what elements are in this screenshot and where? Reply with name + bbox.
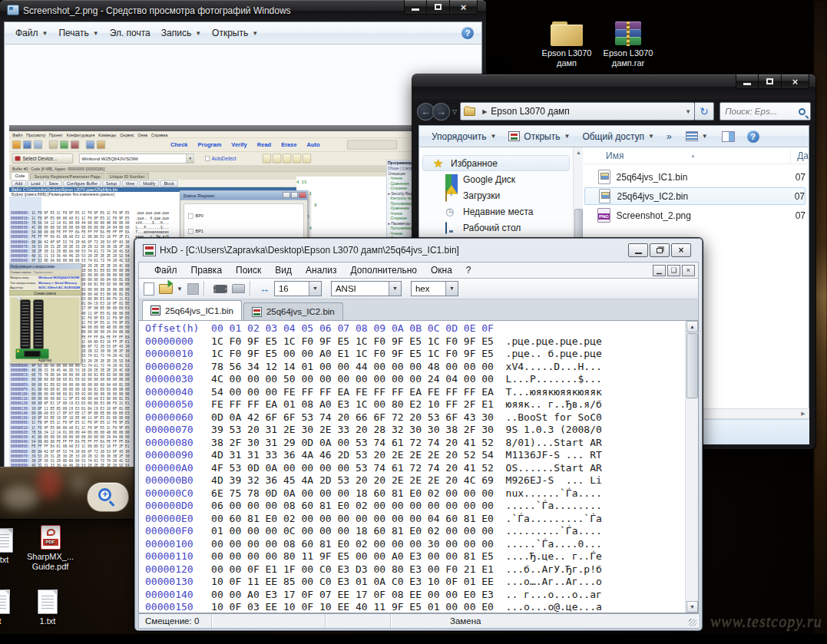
hex-row[interactable]: 00000080 38 2F 30 31 29 0D 0A 00 53 74 6… [145, 437, 683, 450]
hex-row[interactable]: 000000C0 6E 75 78 0D 0A 00 00 00 18 60 8… [145, 487, 683, 500]
minimize-button[interactable] [736, 74, 759, 89]
toolbar-icon[interactable] [86, 140, 94, 149]
dialog-titlebar[interactable]: Status Register [180, 191, 308, 200]
new-file-icon[interactable] [144, 282, 154, 296]
help-icon[interactable]: ? [747, 130, 759, 143]
inner-tab[interactable]: Unique ID Number [105, 173, 149, 180]
desktop-icon-epson-rar[interactable]: Epson L3070 дамп.rar [593, 21, 663, 68]
inner-buffer-button[interactable]: View [122, 180, 138, 187]
close-button[interactable]: × [450, 0, 478, 15]
tab-ic1[interactable]: 25q64jvs_IC1.bin [142, 300, 242, 320]
scrollbar-thumb[interactable] [686, 333, 698, 398]
device-combo[interactable]: Winbond W25Q64JV/SOIM▼ [79, 154, 194, 163]
desktop-icon-epson-folder[interactable]: Epson L3070 дамп [531, 21, 602, 68]
inner-command-link[interactable]: Check [170, 141, 188, 148]
hex-row[interactable]: 000000B0 4D 39 32 36 45 4A 2D 53 20 20 2… [145, 474, 683, 487]
inner-command-link[interactable]: Read [257, 141, 271, 148]
history-dropdown-icon[interactable]: ▽ [452, 108, 457, 115]
desktop-icon-sharpmx-pdf[interactable]: PDF SharpMX_... Guide.pdf [22, 525, 79, 572]
file-row[interactable]: 25q64jvs_IC1.bin07 [584, 168, 805, 186]
autodetect-checkbox[interactable]: AutoDetect [205, 156, 237, 162]
inner-buffer-button[interactable]: Configure Buffer [64, 180, 101, 187]
restore-button[interactable] [650, 243, 670, 257]
menu-email[interactable]: Эл. почта [110, 28, 151, 38]
organize-button[interactable]: Упорядочить▼ [432, 131, 496, 142]
menu-print[interactable]: Печать▼ [58, 28, 98, 38]
hex-row[interactable]: 000000F0 01 00 00 00 0C 00 00 00 18 60 8… [145, 525, 683, 538]
bytes-per-row-combo[interactable]: 16▼ [274, 281, 322, 296]
desktop-icon-1txt[interactable]: 1.txt [25, 590, 71, 626]
dialog-close-button[interactable] [299, 193, 306, 199]
menu-burn[interactable]: Запись▼ [161, 28, 201, 38]
inner-command-link[interactable]: Auto [307, 141, 320, 148]
toolbar-overflow-chevron[interactable]: » [667, 131, 672, 142]
refresh-button[interactable]: ↻ [695, 102, 714, 121]
column-date[interactable]: Да [791, 147, 809, 163]
inner-tab[interactable]: Security Registers/Parameter Page [30, 173, 104, 180]
photo-viewer-titlebar[interactable]: Screenshot_2.png - Средство просмотра фо… [0, 0, 486, 21]
toolbar-icon[interactable] [12, 140, 21, 149]
open-file-icon[interactable] [159, 284, 173, 294]
hxd-menu-5[interactable]: Дополнительно [351, 265, 417, 276]
maximize-button[interactable] [427, 0, 450, 15]
flash-chip-icon[interactable] [213, 285, 227, 293]
hex-row[interactable]: 000000A0 4F 53 0D 0A 00 00 00 00 53 74 6… [145, 462, 683, 475]
address-dropdown-icon[interactable]: ▼ [685, 108, 691, 115]
inner-buffer-button[interactable]: Block [160, 180, 177, 187]
minimize-button[interactable] [404, 0, 427, 15]
toolbar-icon[interactable] [71, 140, 79, 149]
forward-button[interactable]: → [432, 103, 450, 121]
hex-row[interactable]: 00000090 4D 31 31 33 36 4A 46 2D 53 20 2… [145, 449, 683, 462]
hex-row[interactable]: 00000020 78 56 34 12 14 01 00 00 44 00 0… [145, 361, 683, 374]
hxd-menu-1[interactable]: Правка [191, 265, 223, 276]
encoding-combo[interactable]: ANSI▼ [331, 281, 402, 296]
address-bar[interactable]: ▶ Epson L3070 дамп ▼ [460, 102, 695, 121]
checkbox-icon[interactable] [188, 229, 194, 234]
hex-scrollbar[interactable]: ▲ ▼ [685, 321, 698, 613]
hxd-menu-6[interactable]: Окна [431, 265, 452, 276]
export-icon[interactable] [232, 284, 245, 293]
hex-row[interactable]: 000000E0 00 60 81 E0 02 00 00 00 00 00 0… [145, 513, 683, 526]
file-row[interactable]: Screenshot_2.png07 [584, 206, 805, 224]
hxd-menu-2[interactable]: Поиск [236, 265, 261, 276]
hex-row[interactable]: 00000060 0D 0A 42 6F 6F 53 74 20 66 6F 7… [145, 411, 683, 424]
inner-buffer-button[interactable]: Add [12, 180, 26, 187]
hxd-menu-4[interactable]: Анализ [306, 265, 337, 276]
change-view-button[interactable]: ▼ [686, 131, 708, 141]
hex-row[interactable]: 00000050 FE FF FF EA 01 08 A0 E3 1C 00 8… [145, 398, 683, 411]
close-button[interactable]: × [671, 243, 691, 257]
hex-row[interactable]: 00000040 54 00 00 00 FE FF FF EA FE FF F… [145, 386, 683, 399]
minimize-button[interactable] [628, 243, 648, 257]
toolbar-icon[interactable] [283, 154, 291, 163]
menu-file[interactable]: Файл▼ [15, 28, 48, 38]
hxd-menu-7[interactable]: ? [466, 265, 471, 276]
share-button[interactable]: Общий доступ▼ [582, 131, 654, 142]
toolbar-icon[interactable] [303, 154, 311, 163]
sidebar-item-dlfolder[interactable]: Загрузки [419, 187, 573, 203]
format-combo[interactable]: hex▼ [411, 281, 458, 296]
toolbar-icon[interactable] [23, 140, 31, 149]
sidebar-item-gdrive[interactable]: Google Диск [419, 171, 573, 187]
maximize-button[interactable] [759, 74, 782, 89]
sidebar-item-favorites[interactable]: ★Избранное [422, 155, 570, 171]
inner-buffer-button[interactable]: Save [45, 180, 62, 187]
hex-row[interactable]: 00000070 39 53 20 31 2E 30 2E 33 20 28 3… [145, 424, 683, 437]
search-input[interactable]: Поиск: Eps... [719, 102, 811, 121]
hxd-menu-0[interactable]: Файл [154, 265, 177, 276]
hex-row[interactable]: 00000110 00 00 00 00 80 11 9F E5 00 00 A… [145, 550, 683, 563]
hex-row[interactable]: 00000000 1C F0 9F E5 1C F0 9F E5 1C F0 9… [145, 335, 683, 348]
inner-command-link[interactable]: Program [198, 141, 222, 148]
column-name[interactable]: Имя▲ [583, 147, 791, 163]
zoom-in-icon[interactable] [98, 488, 111, 501]
inner-tab[interactable]: Code [11, 172, 29, 180]
sidebar-item-clock[interactable]: ◷Недавние места [419, 203, 573, 220]
menu-open[interactable]: Открыть▼ [212, 28, 258, 38]
resize-grip[interactable] [689, 619, 696, 626]
hxd-menu-3[interactable]: Вид [275, 265, 292, 276]
inner-command-link[interactable]: Erase [281, 141, 296, 148]
toolbar-icon[interactable] [49, 140, 58, 149]
hex-row[interactable]: 00000130 10 0F 11 EE 85 00 C0 E3 01 0A C… [145, 576, 683, 589]
toolbar-icon[interactable] [34, 140, 42, 149]
hxd-hex-view[interactable]: Offset(h) 00 01 02 03 04 05 06 07 08 09 … [138, 320, 699, 613]
toolbar-icon[interactable] [97, 140, 105, 149]
